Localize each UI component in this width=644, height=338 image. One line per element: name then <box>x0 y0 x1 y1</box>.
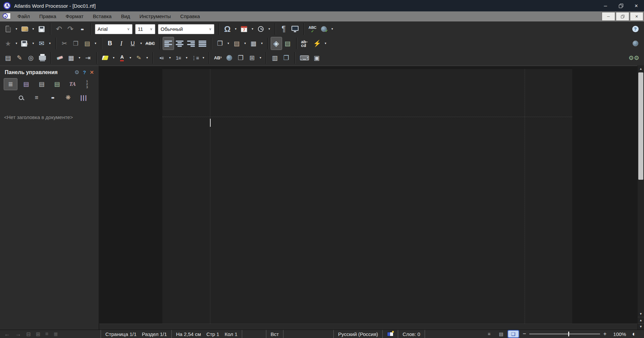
help-button[interactable]: ? <box>630 23 641 35</box>
zoom-slider-thumb[interactable] <box>568 332 569 336</box>
insert-symbol-dropdown[interactable]: ▼ <box>233 27 238 31</box>
panel-palette-button[interactable]: ❋ <box>61 92 75 103</box>
font-color-dropdown[interactable]: ▼ <box>128 56 133 59</box>
autocorrect-dropdown[interactable]: ▼ <box>323 42 328 45</box>
menu-tools[interactable]: Инструменты <box>135 11 176 21</box>
web-button[interactable] <box>630 37 641 50</box>
panel-search-button[interactable]: ●● <box>46 92 59 103</box>
panel-tab-fonts[interactable]: ТА <box>66 78 79 90</box>
insert-table-button[interactable]: ⊞ <box>247 52 257 64</box>
nav-back-button[interactable]: ← <box>4 331 10 338</box>
nav-tool-2[interactable]: ⊞ <box>36 331 40 337</box>
show-formatting-marks-button[interactable]: ¶ <box>278 23 289 35</box>
paragraph-style-combo[interactable]: Обычный∨ <box>158 24 214 34</box>
cut-button[interactable]: ✂ <box>59 37 70 50</box>
panel-tab-notes[interactable]: ▤ <box>35 78 48 90</box>
mdi-minimize-button[interactable]: ─ <box>602 12 615 21</box>
scroll-down-button[interactable]: ▼ <box>638 311 644 317</box>
save-special-dropdown[interactable]: ▼ <box>31 42 36 45</box>
status-dictionary-button[interactable] <box>382 330 398 338</box>
insert-table-dropdown[interactable]: ▼ <box>258 56 263 59</box>
footnote-button[interactable]: AB¹ <box>212 52 223 64</box>
panel-help-icon[interactable]: ? <box>83 69 86 75</box>
onscreen-keyboard-button[interactable]: ⌨ <box>298 52 311 64</box>
insert-date-dropdown[interactable]: ▼ <box>250 27 255 31</box>
paste-button[interactable]: ▤ <box>82 37 93 50</box>
document-page[interactable] <box>162 69 572 324</box>
page-view-button[interactable]: ❑ <box>508 331 519 337</box>
insert-time-button[interactable] <box>256 23 266 35</box>
document-control-menu-icon[interactable]: a <box>3 13 11 20</box>
status-word-count[interactable]: Слов: 0 <box>398 330 425 338</box>
send-email-button[interactable]: ✉ <box>36 37 47 50</box>
nav-tool-1[interactable]: ⊟ <box>26 331 31 337</box>
italic-button[interactable]: I <box>116 37 127 50</box>
menu-edit[interactable]: Правка <box>35 11 61 21</box>
horizontal-scrollbar[interactable] <box>99 324 637 330</box>
align-center-button[interactable] <box>174 37 185 50</box>
eraser-button[interactable] <box>54 52 65 64</box>
multilevel-list-dropdown[interactable]: ▼ <box>201 56 206 59</box>
numbered-list-button[interactable]: 1≡ <box>173 52 184 64</box>
mdi-close-button[interactable]: ✕ <box>630 12 643 21</box>
strikethrough-button[interactable]: ABC <box>144 37 156 50</box>
insert-file-button[interactable]: ❐ <box>215 37 225 50</box>
mail-merge-button[interactable]: ▤ <box>3 52 13 64</box>
previous-page-button[interactable]: ▲ <box>638 317 644 323</box>
underline-button[interactable]: U <box>127 37 138 50</box>
insert-frame-dropdown[interactable]: ▼ <box>260 42 264 45</box>
mdi-restore-button[interactable] <box>616 12 629 21</box>
underline-dropdown[interactable]: ▼ <box>139 42 144 45</box>
highlight-button[interactable] <box>100 52 111 64</box>
language-check-button[interactable]: ✓ <box>319 23 329 35</box>
user-options-button[interactable]: ⚙⚙ <box>627 52 641 64</box>
favorites-button[interactable]: ★ <box>3 37 13 50</box>
insert-date-button[interactable]: 7 <box>239 23 250 35</box>
scrollbar-track[interactable] <box>638 72 644 311</box>
new-document-button[interactable] <box>3 23 13 35</box>
menu-file[interactable]: Файл <box>13 11 35 21</box>
fit-page-button[interactable]: ◈ <box>271 37 282 50</box>
insert-file-dropdown[interactable]: ▼ <box>226 42 231 45</box>
format-painter-dropdown[interactable]: ▼ <box>145 56 150 59</box>
scroll-up-button[interactable]: ▲ <box>638 65 644 72</box>
font-color-button[interactable]: A <box>117 52 127 64</box>
bold-button[interactable]: B <box>105 37 115 50</box>
panel-tab-outline[interactable]: ≣ <box>4 78 17 90</box>
status-page-section[interactable]: Страница 1/1 Раздел 1/1 <box>101 330 171 338</box>
panel-tab-styles[interactable]: ▤ <box>19 78 33 90</box>
panel-bookmarks-button[interactable]: ||| <box>77 92 91 103</box>
highlight-dropdown[interactable]: ▼ <box>111 56 116 59</box>
restore-button[interactable] <box>613 0 629 11</box>
zoom-slider-track[interactable] <box>529 334 600 334</box>
new-document-dropdown[interactable]: ▼ <box>14 27 19 31</box>
multilevel-list-button[interactable]: ⋮≡ <box>190 52 201 64</box>
indent-button[interactable]: ⇥ <box>83 52 93 64</box>
menu-view[interactable]: Вид <box>116 11 135 21</box>
menu-format[interactable]: Формат <box>61 11 88 21</box>
insert-symbol-button[interactable]: Ω <box>222 23 233 35</box>
panel-tab-numbering[interactable]: 1 2 3 <box>82 78 95 90</box>
theme-contrast-toggle[interactable]: ◐ <box>630 330 640 338</box>
vertical-scrollbar[interactable]: ▲ ▼ ▲ ▼ <box>637 65 644 330</box>
undo-button[interactable]: ↶ <box>54 23 64 35</box>
booklet-button[interactable]: ❐ <box>281 52 291 64</box>
align-left-button[interactable] <box>163 37 174 50</box>
status-insert-mode[interactable]: Вст <box>266 330 283 338</box>
panel-zoom-button[interactable] <box>14 92 28 103</box>
zoom-in-button[interactable]: + <box>603 331 607 337</box>
redo-button[interactable]: ↷ <box>65 23 76 35</box>
open-document-button[interactable] <box>19 23 30 35</box>
screenshot-document-button[interactable]: ▣ <box>311 52 322 64</box>
menu-help[interactable]: Справка <box>175 11 205 21</box>
copy-sheet-button[interactable]: ❐ <box>235 52 246 64</box>
format-painter-button[interactable]: ✎ <box>133 52 144 64</box>
next-page-button[interactable]: ▼ <box>638 323 644 330</box>
edit-document-button[interactable]: ✎ <box>14 52 25 64</box>
language-check-dropdown[interactable]: ▼ <box>330 27 335 31</box>
autocorrect-button[interactable]: ⚡ <box>312 37 323 50</box>
table-borders-dropdown[interactable]: ▼ <box>77 56 82 59</box>
bullet-list-button[interactable]: •≡ <box>156 52 167 64</box>
paste-dropdown[interactable]: ▼ <box>93 42 98 45</box>
zoom-out-button[interactable]: − <box>523 331 526 337</box>
